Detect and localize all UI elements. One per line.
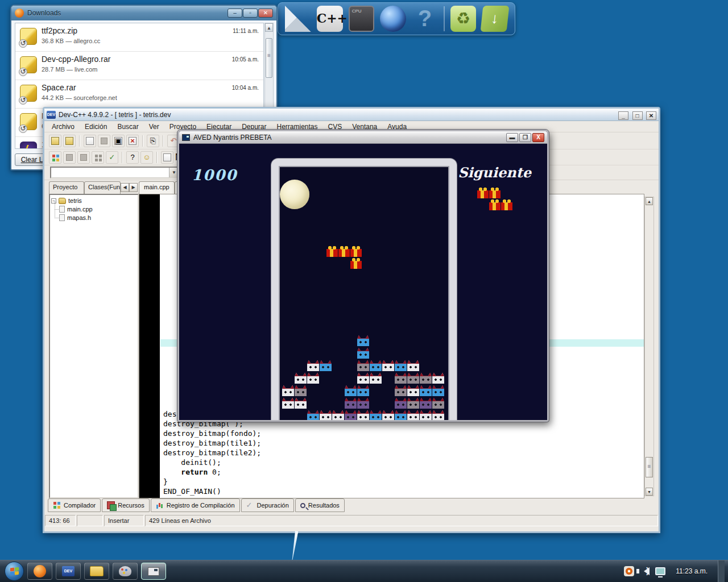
rebuild-icon[interactable] <box>92 151 104 164</box>
taskbar-firefox-button[interactable] <box>27 563 52 580</box>
menu-edición[interactable]: Edición <box>81 122 111 132</box>
scroll-up-icon[interactable]: ▲ <box>265 23 273 32</box>
tree-root-tetris[interactable]: − tetris <box>51 197 136 204</box>
windows-logo-icon <box>10 568 14 572</box>
maximize-button[interactable]: □ <box>632 111 643 120</box>
draft-dock-icon[interactable] <box>285 6 311 32</box>
recycle-dock-icon[interactable]: ♻ <box>450 6 477 32</box>
bars-icon <box>156 501 164 509</box>
cat-block-p <box>395 397 407 409</box>
print-icon[interactable]: ⎘ <box>147 135 159 147</box>
cat-block-b <box>357 334 369 346</box>
scroll-up-icon[interactable]: ▲ <box>646 197 653 205</box>
download-name: ttf2pcx.zip <box>42 26 259 35</box>
gift-block <box>489 199 500 210</box>
scrollbar-thumb[interactable] <box>266 38 272 78</box>
tree-item-main.cpp[interactable]: main.cpp <box>59 206 136 213</box>
menu-ver[interactable]: Ver <box>145 122 163 132</box>
download-item[interactable]: Dev-cpp-Allegro.rar28.7 MB — live.com10:… <box>15 52 263 80</box>
report-tab-recursos[interactable]: Recursos <box>102 498 149 512</box>
lightning-icon: ϟ <box>20 142 37 149</box>
network-icon[interactable] <box>655 567 665 575</box>
devcpp-titlebar[interactable]: DEV Dev-C++ 4.9.9.2 - [ tetris ] - tetri… <box>44 109 659 121</box>
report-tab-compilador[interactable]: Compilador <box>48 498 101 512</box>
code-line: destroy_bitmap(tile1); <box>163 438 261 448</box>
run-icon[interactable] <box>63 151 76 164</box>
gift-block <box>350 246 362 257</box>
syntax-check-icon[interactable]: ✓ <box>106 151 118 164</box>
download-item[interactable]: Space.rar44.2 KB — sourceforge.net10:04 … <box>15 80 263 109</box>
help-dock-icon[interactable]: ? <box>412 6 438 32</box>
nyantris-titlebar[interactable]: AVED Nyantris PREBETA ▬ ❐ X <box>179 131 547 144</box>
close-button[interactable]: X <box>532 133 544 142</box>
open-project-icon[interactable] <box>63 135 76 147</box>
minimize-button[interactable]: _ <box>618 111 628 120</box>
minimize-button[interactable]: ▬ <box>506 133 518 142</box>
close-button[interactable]: ✕ <box>646 111 656 120</box>
maximize-button[interactable]: ❐ <box>519 133 531 142</box>
scrollbar-thumb[interactable] <box>646 457 653 477</box>
compile-icon[interactable] <box>49 151 61 164</box>
cat-block-b <box>357 347 369 359</box>
report-tab-label: Depuración <box>257 502 289 509</box>
report-tab-resultados[interactable]: Resultados <box>295 498 345 512</box>
download-time: 10:04 a.m. <box>232 85 259 91</box>
taskbar-clock[interactable]: 11:23 a.m. <box>671 567 712 575</box>
tab-clases[interactable]: Clases(Funcio <box>84 181 121 194</box>
save-icon[interactable] <box>98 135 110 147</box>
maximize-button[interactable]: ▫ <box>243 9 258 18</box>
globe-dock-icon[interactable] <box>380 6 406 32</box>
cat-block-w <box>282 397 294 409</box>
new-project-icon[interactable] <box>49 135 61 147</box>
taskbar-devcpp-button[interactable]: DEV <box>56 563 81 580</box>
compile-run-icon[interactable] <box>77 151 90 164</box>
cat-block-w <box>370 372 382 384</box>
score-display: 1000 <box>192 167 237 184</box>
firefox-icon <box>15 9 24 18</box>
tab-scroll-right-icon[interactable]: ▶ <box>129 183 138 192</box>
downloads-titlebar[interactable]: Downloads – ▫ ✕ <box>11 6 276 20</box>
cpu-dock-icon[interactable]: CPU <box>349 6 375 32</box>
close-file-icon[interactable]: × <box>126 135 139 147</box>
menu-archivo[interactable]: Archivo <box>48 122 78 132</box>
tab-main-cpp[interactable]: main.cpp <box>139 181 175 194</box>
volume-icon[interactable] <box>640 567 650 575</box>
cat-block-w <box>307 372 319 384</box>
taskbar-game-button[interactable] <box>141 563 166 580</box>
tree-item-mapas.h[interactable]: mapas.h <box>59 214 136 221</box>
save-all-icon[interactable]: ▣ <box>112 135 125 147</box>
cat-block-p <box>345 409 357 420</box>
minimize-button[interactable]: – <box>228 9 242 18</box>
report-tab-depuraci-n[interactable]: ✓Depuración <box>241 498 294 512</box>
download-item[interactable]: ttf2pcx.zip36.8 KB — allegro.cc11:11 a.m… <box>15 23 263 52</box>
app-dock: C++CPU?♻↓ <box>278 2 515 35</box>
book-dock-icon[interactable]: ↓ <box>481 6 510 32</box>
moon-graphic <box>280 180 309 209</box>
editor-scrollbar[interactable]: ▲ ▼ <box>644 197 654 496</box>
project-name: tetris <box>68 197 82 204</box>
tab-scroll-left-icon[interactable]: ◀ <box>121 183 129 192</box>
devcpp-title: Dev-C++ 4.9.9.2 - [ tetris ] - tetris.de… <box>59 111 171 119</box>
taskbar-folder-button[interactable] <box>84 563 109 580</box>
report-tab-registro-de-compilaci-n[interactable]: Registro de Compilación <box>151 498 240 512</box>
menu-buscar[interactable]: Buscar <box>113 122 142 132</box>
cat-block-b <box>357 384 369 396</box>
tray-app-icon[interactable] <box>624 566 634 576</box>
cat-block-p <box>420 397 432 409</box>
scroll-down-icon[interactable]: ▼ <box>646 488 653 496</box>
code-line: deinit(); <box>163 458 261 467</box>
show-desktop-button[interactable] <box>718 560 725 582</box>
playfield <box>271 159 457 420</box>
cpp-dock-icon[interactable]: C++ <box>317 6 343 32</box>
tab-proyecto[interactable]: Proyecto <box>49 181 84 194</box>
help-icon[interactable]: ? <box>126 151 139 164</box>
compiler-combobox[interactable]: ▼ <box>50 167 180 178</box>
new-source-icon[interactable] <box>84 135 96 147</box>
close-button[interactable]: ✕ <box>258 9 273 18</box>
cat-block-g <box>407 397 419 409</box>
game-icon <box>148 567 159 576</box>
new-class-icon[interactable] <box>161 151 173 164</box>
about-icon[interactable]: ☺ <box>140 151 153 164</box>
start-button[interactable] <box>5 562 24 581</box>
taskbar-paint-button[interactable] <box>113 563 138 580</box>
